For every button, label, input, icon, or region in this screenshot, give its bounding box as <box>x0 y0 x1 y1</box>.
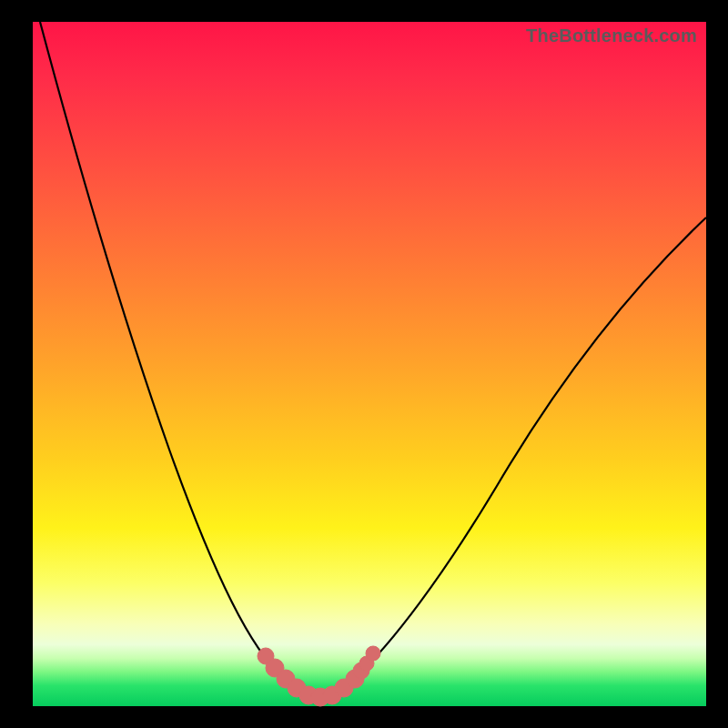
marker-dot <box>366 646 380 661</box>
bottleneck-curve <box>33 22 706 706</box>
chart-frame: TheBottleneck.com <box>0 0 728 728</box>
marker-group <box>258 646 380 706</box>
chart-plot-area: TheBottleneck.com <box>33 22 706 706</box>
curve-path <box>40 22 706 697</box>
